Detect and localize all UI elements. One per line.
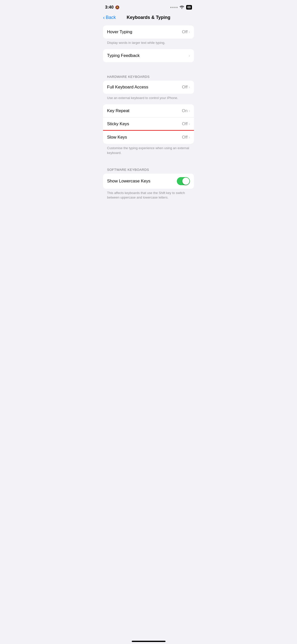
software-keyboards-section-label: SOFTWARE KEYBOARDS <box>103 163 194 174</box>
typing-feedback-right: › <box>189 53 190 58</box>
sticky-keys-value: Off › <box>182 121 190 126</box>
back-chevron-icon: ‹ <box>103 15 105 20</box>
slow-keys-row[interactable]: Slow Keys Off › <box>103 131 194 144</box>
sticky-keys-row[interactable]: Sticky Keys Off › <box>103 117 194 131</box>
hover-typing-row[interactable]: Hover Typing Off › <box>103 25 194 39</box>
chevron-icon: › <box>189 53 190 58</box>
full-keyboard-access-helper: Use an external keyboard to control your… <box>103 94 194 104</box>
full-keyboard-access-row[interactable]: Full Keyboard Access Off › <box>103 81 194 94</box>
slow-keys-value: Off › <box>182 135 190 140</box>
software-keyboards-helper: This affects keyboards that use the Shif… <box>103 189 194 204</box>
settings-content: Hover Typing Off › Display words in larg… <box>99 23 198 204</box>
sticky-keys-label: Sticky Keys <box>107 121 129 126</box>
slow-keys-status: Off <box>182 135 187 140</box>
hardware-keyboards-section-label: HARDWARE KEYBOARDS <box>103 70 194 81</box>
full-keyboard-access-card: Full Keyboard Access Off › <box>103 81 194 94</box>
status-right: 69 <box>170 5 192 10</box>
key-repeat-value: On › <box>182 108 190 113</box>
keyboard-options-group: Key Repeat On › Sticky Keys Off › Slow K… <box>103 104 194 144</box>
show-lowercase-keys-label: Show Lowercase Keys <box>107 179 150 184</box>
status-time: 3:40 🔕 <box>105 5 119 10</box>
key-repeat-label: Key Repeat <box>107 108 129 113</box>
full-keyboard-access-status: Off <box>182 85 187 90</box>
page-title: Keyboards & Typing <box>127 15 171 20</box>
mute-icon: 🔕 <box>115 5 119 9</box>
show-lowercase-keys-card: Show Lowercase Keys <box>103 174 194 189</box>
battery-indicator: 69 <box>186 5 192 10</box>
hardware-keyboards-helper: Customise the typing experience when usi… <box>103 144 194 159</box>
hover-typing-value: Off › <box>182 29 190 35</box>
show-lowercase-keys-toggle[interactable] <box>177 177 190 185</box>
status-bar: 3:40 🔕 69 <box>99 0 198 14</box>
chevron-icon: › <box>189 30 190 34</box>
typing-feedback-row[interactable]: Typing Feedback › <box>103 49 194 62</box>
chevron-icon: › <box>189 109 190 113</box>
key-repeat-status: On <box>182 108 188 113</box>
key-repeat-row[interactable]: Key Repeat On › <box>103 104 194 117</box>
typing-feedback-card: Typing Feedback › <box>103 49 194 62</box>
show-lowercase-keys-row[interactable]: Show Lowercase Keys <box>103 174 194 189</box>
hover-typing-helper: Display words in larger text while typin… <box>103 39 194 49</box>
chevron-icon: › <box>189 85 190 89</box>
wifi-icon <box>180 5 184 10</box>
time-display: 3:40 <box>105 5 114 10</box>
battery-level: 69 <box>187 6 191 9</box>
full-keyboard-access-label: Full Keyboard Access <box>107 85 148 90</box>
full-keyboard-access-value: Off › <box>182 85 190 90</box>
typing-feedback-label: Typing Feedback <box>107 53 140 58</box>
chevron-icon: › <box>189 122 190 126</box>
nav-bar: ‹ Back Keyboards & Typing <box>99 14 198 23</box>
slow-keys-label: Slow Keys <box>107 135 127 140</box>
hover-typing-label: Hover Typing <box>107 29 132 35</box>
signal-icon <box>170 7 178 8</box>
sticky-keys-status: Off <box>182 121 187 126</box>
back-button[interactable]: ‹ Back <box>103 15 116 20</box>
hover-typing-status: Off <box>182 29 187 35</box>
chevron-icon: › <box>189 135 190 140</box>
back-label: Back <box>106 15 116 20</box>
slow-keys-highlighted-wrapper: Slow Keys Off › <box>103 131 194 144</box>
hover-typing-card: Hover Typing Off › <box>103 25 194 39</box>
